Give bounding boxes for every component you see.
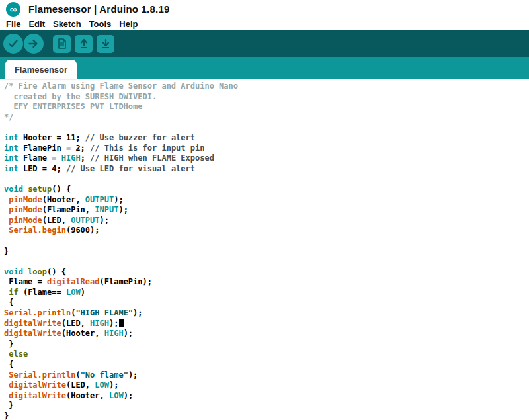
upload-button[interactable] bbox=[24, 34, 44, 54]
code-line[interactable]: digitalWrite(LED, HIGH); bbox=[4, 319, 529, 329]
text-cursor-icon bbox=[119, 319, 124, 327]
menu-item-help[interactable]: Help bbox=[116, 19, 140, 29]
code-line[interactable] bbox=[4, 236, 529, 247]
tab-strip: Flamesensor bbox=[0, 57, 529, 79]
tab-label: Flamesensor bbox=[15, 65, 67, 75]
code-line[interactable]: int LED = 4; // Use LED for visual alert bbox=[4, 164, 529, 175]
check-icon bbox=[7, 37, 20, 50]
menu-item-sketch[interactable]: Sketch bbox=[50, 19, 84, 29]
verify-button[interactable] bbox=[3, 34, 23, 54]
code-line[interactable] bbox=[4, 174, 529, 185]
menu-bar: FileEditSketchToolsHelp bbox=[0, 18, 529, 30]
code-line[interactable]: } bbox=[4, 247, 529, 257]
code-line[interactable]: void setup() { bbox=[4, 185, 529, 195]
document-icon bbox=[56, 38, 68, 50]
open-button[interactable] bbox=[75, 35, 93, 53]
code-line[interactable]: */ bbox=[4, 112, 529, 123]
code-line[interactable]: if (Flame== LOW) bbox=[4, 288, 529, 298]
code-editor[interactable]: /* Fire Alarm using Flame Sensor and Ard… bbox=[0, 79, 529, 420]
new-sketch-button[interactable] bbox=[53, 35, 71, 53]
up-arrow-icon bbox=[78, 38, 90, 50]
code-line[interactable]: digitalWrite(LED, LOW); bbox=[4, 380, 529, 391]
menu-item-edit[interactable]: Edit bbox=[26, 19, 48, 29]
code-line[interactable]: else bbox=[4, 349, 529, 360]
code-line[interactable] bbox=[4, 122, 529, 133]
code-line[interactable]: Serial.println("HIGH FLAME"); bbox=[4, 308, 529, 319]
code-line[interactable]: pinMode(LED, OUTPUT); bbox=[4, 216, 529, 226]
code-line[interactable]: Serial.println("No flame"); bbox=[4, 370, 529, 381]
code-line[interactable]: pinMode(FlamePin, INPUT); bbox=[4, 205, 529, 216]
title-bar: ∞ Flamesensor | Arduino 1.8.19 bbox=[0, 0, 529, 18]
code-line[interactable]: Flame = digitalRead(FlamePin); bbox=[4, 277, 529, 288]
code-line[interactable]: int FlamePin = 2; // This is for input p… bbox=[4, 144, 529, 154]
code-line[interactable]: /* Fire Alarm using Flame Sensor and Ard… bbox=[4, 81, 529, 92]
code-line[interactable]: pinMode(Hooter, OUTPUT); bbox=[4, 195, 529, 206]
code-line[interactable]: } bbox=[4, 339, 529, 350]
code-line[interactable]: int Flame = HIGH; // HIGH when FLAME Exp… bbox=[4, 153, 529, 164]
code-line[interactable]: Serial.begin(9600); bbox=[4, 226, 529, 236]
code-line[interactable]: { bbox=[4, 298, 529, 308]
code-line[interactable] bbox=[4, 257, 529, 267]
window-title: Flamesensor | Arduino 1.8.19 bbox=[28, 3, 169, 15]
arduino-logo-icon: ∞ bbox=[6, 2, 20, 17]
code-line[interactable]: int Hooter = 11; // Use buzzer for alert bbox=[4, 133, 529, 144]
tab-flamesensor[interactable]: Flamesensor bbox=[5, 60, 77, 79]
code-line[interactable]: } bbox=[4, 411, 529, 420]
menu-item-file[interactable]: File bbox=[3, 19, 23, 29]
right-arrow-icon bbox=[27, 37, 40, 50]
code-line[interactable]: EFY ENTERPRISES PVT LTDHome bbox=[4, 102, 529, 112]
code-line[interactable]: created by the SURESH DWIVEDI. bbox=[4, 92, 529, 103]
code-line[interactable]: digitalWrite(Hooter, HIGH); bbox=[4, 329, 529, 339]
menu-item-tools[interactable]: Tools bbox=[87, 19, 114, 29]
code-line[interactable]: void loop() { bbox=[4, 267, 529, 278]
toolbar bbox=[0, 30, 529, 57]
save-button[interactable] bbox=[97, 35, 114, 53]
down-arrow-icon bbox=[100, 38, 112, 50]
code-line[interactable]: } bbox=[4, 401, 529, 411]
code-line[interactable]: digitalWrite(Hooter, LOW); bbox=[4, 391, 529, 401]
code-line[interactable]: { bbox=[4, 360, 529, 370]
